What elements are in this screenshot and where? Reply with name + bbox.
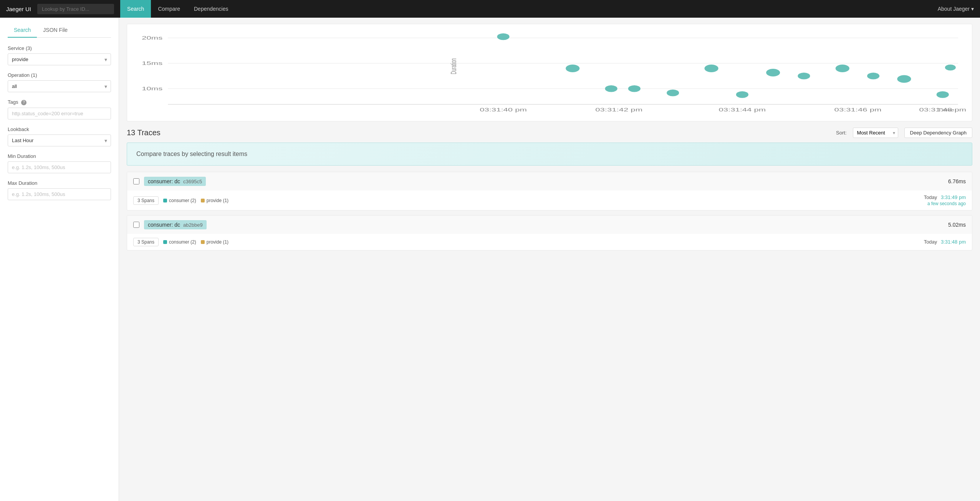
header: Jaeger UI Search Compare Dependencies Ab… [0, 0, 980, 18]
tags-label: Tags ? [8, 99, 111, 105]
trace-item: consumer: dc c3695c5 6.76ms 3 Spans cons… [127, 172, 972, 211]
svg-point-11 [628, 85, 641, 92]
svg-text:20ms: 20ms [142, 35, 162, 41]
provide-color-dot [201, 199, 205, 202]
trace-meta: Today 3:31:49 pm a few seconds ago [924, 194, 966, 206]
service-tag-consumer: consumer (2) [163, 239, 196, 245]
svg-point-15 [766, 69, 780, 76]
about-menu[interactable]: About Jaeger ▾ [938, 6, 974, 12]
consumer-label: consumer (2) [169, 239, 196, 245]
svg-text:10ms: 10ms [142, 86, 162, 91]
nav-search[interactable]: Search [120, 0, 151, 18]
chart-area: 20ms 15ms 10ms Duration [133, 30, 966, 115]
trace-service-name: consumer: dc [148, 222, 180, 228]
svg-point-20 [937, 91, 949, 98]
svg-point-12 [667, 90, 679, 96]
svg-text:03:31:44 pm: 03:31:44 pm [718, 107, 766, 113]
consumer-label: consumer (2) [169, 198, 196, 203]
service-tag-provide: provide (1) [201, 198, 228, 203]
lookback-group: Lookback Last Hour Last 2 Hours Last 6 H… [8, 126, 111, 146]
ddg-button[interactable]: Deep Dependency Graph [904, 128, 972, 138]
trace-item-body: 3 Spans consumer (2) provide (1) Today 3… [127, 191, 972, 210]
sidebar-tabs: Search JSON File [8, 24, 111, 38]
svg-point-17 [836, 65, 849, 72]
tab-search[interactable]: Search [8, 24, 37, 38]
operation-select[interactable]: all [8, 80, 111, 92]
min-duration-group: Min Duration [8, 153, 111, 173]
svg-text:03:31:40 pm: 03:31:40 pm [480, 107, 527, 113]
traces-header: 13 Traces Sort: Most Recent Longest Firs… [127, 128, 972, 138]
svg-point-14 [736, 91, 748, 98]
tags-group: Tags ? [8, 99, 111, 119]
nav-dependencies[interactable]: Dependencies [187, 0, 235, 18]
chart-svg: 20ms 15ms 10ms Duration [133, 30, 966, 115]
svg-text:15ms: 15ms [142, 61, 162, 66]
service-group: Service (3) provide consumer all [8, 45, 111, 65]
svg-point-16 [798, 73, 810, 80]
provide-color-dot [201, 240, 205, 244]
compare-banner: Compare traces by selecting result items [127, 143, 972, 166]
service-select[interactable]: provide consumer all [8, 53, 111, 65]
svg-point-19 [897, 75, 911, 83]
service-select-wrapper: provide consumer all [8, 53, 111, 65]
svg-point-10 [605, 85, 617, 92]
spans-badge: 3 Spans [133, 238, 159, 246]
trace-lookup-input[interactable] [37, 4, 114, 14]
operation-label: Operation (1) [8, 72, 111, 78]
max-duration-input[interactable] [8, 188, 111, 200]
consumer-color-dot [163, 199, 167, 202]
trace-checkbox[interactable] [133, 178, 139, 184]
consumer-color-dot [163, 240, 167, 244]
nav-compare[interactable]: Compare [151, 0, 187, 18]
trace-id: ab2bbe9 [183, 222, 203, 228]
trace-duration: 5.02ms [948, 222, 966, 228]
sidebar: Search JSON File Service (3) provide con… [0, 18, 119, 501]
trace-duration: 6.76ms [948, 178, 966, 184]
trace-chart-container: 20ms 15ms 10ms Duration [127, 24, 972, 121]
min-duration-input[interactable] [8, 161, 111, 173]
sort-select[interactable]: Most Recent Longest First Shortest First… [853, 128, 898, 138]
trace-service-name: consumer: dc [148, 178, 180, 184]
tags-input[interactable] [8, 108, 111, 119]
trace-id: c3695c5 [183, 179, 202, 184]
operation-group: Operation (1) all [8, 72, 111, 92]
trace-time: 3:31:48 pm [941, 239, 966, 245]
service-label: Service (3) [8, 45, 111, 51]
lookback-select[interactable]: Last Hour Last 2 Hours Last 6 Hours Last… [8, 134, 111, 146]
svg-text:03:31:46 pm: 03:31:46 pm [834, 107, 882, 113]
provide-label: provide (1) [207, 198, 228, 203]
svg-point-8 [497, 33, 509, 40]
max-duration-group: Max Duration [8, 180, 111, 200]
trace-item-header: consumer: dc ab2bbe9 5.02ms [127, 216, 972, 234]
trace-ago: a few seconds ago [924, 201, 966, 206]
traces-count: 13 Traces [127, 128, 830, 137]
svg-point-21 [945, 65, 956, 70]
trace-date: Today [924, 239, 937, 245]
service-tag-provide: provide (1) [201, 239, 228, 245]
max-duration-label: Max Duration [8, 180, 111, 186]
svg-point-18 [867, 73, 879, 80]
tab-json-file[interactable]: JSON File [37, 24, 74, 38]
svg-point-13 [704, 65, 718, 72]
svg-text:Duration: Duration [449, 58, 458, 75]
main-nav: Search Compare Dependencies [120, 0, 932, 18]
trace-checkbox[interactable] [133, 222, 139, 228]
operation-select-wrapper: all [8, 80, 111, 92]
lookback-select-wrapper: Last Hour Last 2 Hours Last 6 Hours Last… [8, 134, 111, 146]
svg-text:03:31:48 pm: 03:31:48 pm [919, 107, 966, 113]
trace-title-pill[interactable]: consumer: dc ab2bbe9 [144, 220, 207, 229]
lookback-label: Lookback [8, 126, 111, 132]
main-content: 20ms 15ms 10ms Duration [119, 18, 980, 501]
service-tag-consumer: consumer (2) [163, 198, 196, 203]
min-duration-label: Min Duration [8, 153, 111, 159]
sort-select-wrapper: Most Recent Longest First Shortest First… [853, 128, 898, 138]
trace-title-pill[interactable]: consumer: dc c3695c5 [144, 177, 206, 186]
tags-help-icon[interactable]: ? [21, 100, 26, 105]
trace-item-body: 3 Spans consumer (2) provide (1) Today 3… [127, 234, 972, 250]
svg-text:03:31:42 pm: 03:31:42 pm [595, 107, 642, 113]
sort-label: Sort: [836, 130, 846, 136]
provide-label: provide (1) [207, 239, 228, 245]
brand-logo: Jaeger UI [6, 6, 31, 12]
trace-date: Today [924, 194, 937, 200]
trace-item: consumer: dc ab2bbe9 5.02ms 3 Spans cons… [127, 215, 972, 250]
